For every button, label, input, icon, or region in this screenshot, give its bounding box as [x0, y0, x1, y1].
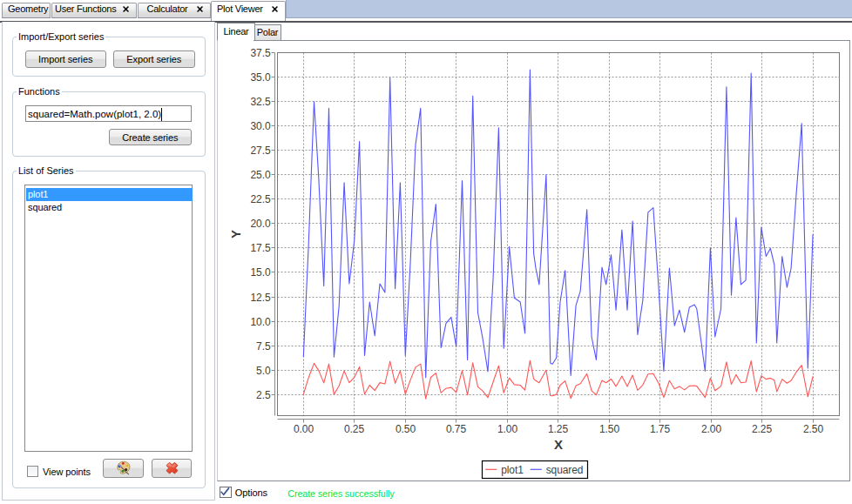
svg-text:7.5: 7.5 — [256, 340, 271, 353]
svg-text:12.5: 12.5 — [251, 292, 271, 304]
svg-text:37.5: 37.5 — [251, 47, 271, 59]
svg-text:plot1: plot1 — [501, 464, 524, 476]
svg-text:squared: squared — [546, 464, 584, 476]
svg-text:17.5: 17.5 — [251, 242, 271, 254]
svg-text:0.75: 0.75 — [446, 423, 466, 435]
svg-text:32.5: 32.5 — [251, 96, 271, 108]
svg-text:10.0: 10.0 — [251, 316, 271, 328]
svg-text:1.75: 1.75 — [650, 423, 670, 435]
svg-text:20.0: 20.0 — [251, 218, 271, 230]
svg-text:0.00: 0.00 — [294, 423, 314, 435]
svg-text:27.5: 27.5 — [251, 144, 271, 157]
svg-text:Y: Y — [228, 230, 243, 239]
svg-text:2.00: 2.00 — [701, 423, 721, 435]
svg-text:22.5: 22.5 — [251, 193, 271, 205]
svg-text:0.50: 0.50 — [396, 423, 416, 435]
svg-text:35.0: 35.0 — [251, 71, 271, 84]
svg-text:2.50: 2.50 — [803, 423, 823, 435]
svg-text:1.25: 1.25 — [548, 423, 568, 435]
svg-text:2.5: 2.5 — [256, 389, 271, 401]
svg-text:5.0: 5.0 — [256, 365, 271, 377]
svg-text:0.25: 0.25 — [344, 423, 364, 435]
svg-text:1.00: 1.00 — [497, 423, 517, 435]
svg-text:X: X — [554, 437, 563, 452]
svg-text:2.25: 2.25 — [752, 423, 772, 435]
svg-text:15.0: 15.0 — [251, 266, 271, 279]
svg-text:1.50: 1.50 — [599, 423, 619, 435]
svg-text:30.0: 30.0 — [251, 120, 271, 132]
svg-text:25.0: 25.0 — [251, 169, 271, 181]
